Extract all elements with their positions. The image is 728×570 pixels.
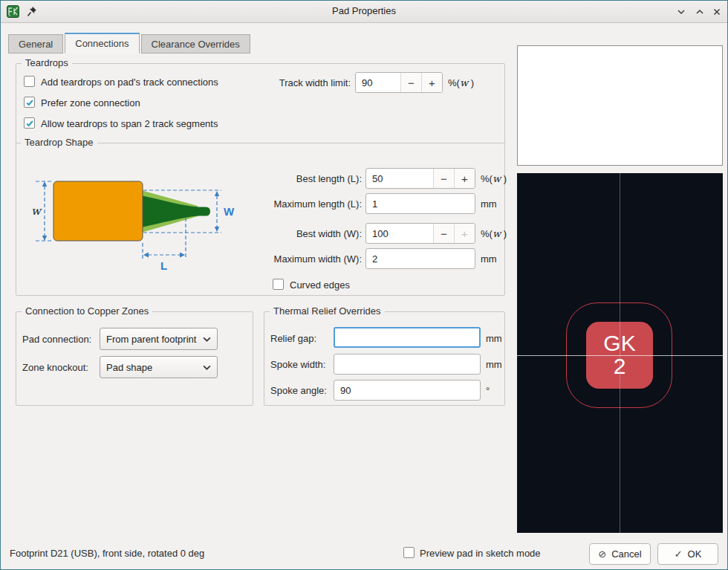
diagram-w-label: w	[31, 204, 42, 218]
plus-button[interactable]: +	[454, 224, 475, 243]
curved-edges-checkbox[interactable]	[273, 279, 284, 290]
spoke-width-unit: mm	[486, 359, 502, 370]
add-teardrops-checkbox[interactable]	[24, 76, 35, 87]
tab-bar: General Connections Clearance Overrides	[8, 33, 252, 54]
zone-knockout-select[interactable]: Pad shape	[100, 356, 218, 378]
diagram-pad-rect	[53, 181, 143, 241]
sketch-mode-label: Preview pad in sketch mode	[420, 548, 541, 559]
allow-span-checkbox[interactable]	[24, 117, 35, 129]
sketch-mode-checkbox[interactable]	[403, 547, 415, 558]
curved-edges-label: Curved edges	[290, 279, 350, 291]
best-width-spin: − +	[365, 223, 475, 244]
max-width-input[interactable]	[365, 248, 475, 269]
best-length-label: Best length (L):	[258, 173, 362, 184]
tab-connections[interactable]: Connections	[65, 33, 139, 54]
tab-general[interactable]: General	[8, 34, 63, 54]
cancel-button-label: Cancel	[611, 548, 641, 560]
relief-gap-label: Relief gap:	[270, 333, 316, 344]
teardrops-group-label: Teardrops	[22, 57, 72, 68]
ok-button-label: OK	[688, 548, 702, 560]
check-icon	[25, 98, 34, 107]
chevron-up-icon	[695, 7, 704, 16]
tab-clearance-overrides-label: Clearance Overrides	[152, 39, 240, 50]
minus-button[interactable]: −	[400, 73, 421, 92]
plus-button[interactable]: +	[421, 73, 442, 92]
teardrop-shape-label: Teardrop Shape	[21, 137, 97, 148]
add-teardrops-label: Add teardrops on pad's track connections	[41, 77, 218, 88]
spoke-angle-input[interactable]	[334, 380, 481, 401]
prefer-zone-checkbox[interactable]	[24, 97, 35, 108]
prefer-zone-label: Prefer zone connection	[41, 97, 140, 109]
max-width-label: Maximum width (W):	[258, 253, 362, 265]
thermal-relief-group: Thermal Relief Overrides Relief gap: mm …	[264, 311, 505, 406]
best-length-input[interactable]	[366, 169, 433, 188]
spoke-width-input[interactable]	[334, 354, 481, 375]
pad-connection-select[interactable]: From parent footprint	[100, 328, 218, 350]
zone-knockout-value: Pad shape	[106, 362, 152, 373]
best-length-unit: %(w )	[481, 173, 507, 184]
thermal-relief-group-label: Thermal Relief Overrides	[270, 305, 385, 317]
diagram-L-label: L	[160, 259, 167, 272]
window-maximize-button[interactable]	[692, 4, 707, 19]
track-width-limit-input[interactable]	[356, 73, 400, 92]
track-width-limit-label: Track width limit:	[250, 77, 351, 88]
teardrop-diagram: w W L	[30, 171, 247, 275]
window-title: Pad Properties	[1, 5, 727, 16]
relief-gap-input[interactable]	[334, 327, 481, 348]
window-shade-button[interactable]	[673, 4, 689, 19]
ok-button[interactable]: ✓ OK	[657, 543, 718, 565]
tab-connections-label: Connections	[75, 38, 129, 49]
tab-clearance-overrides[interactable]: Clearance Overrides	[141, 34, 250, 54]
ok-icon: ✓	[675, 548, 683, 560]
tab-general-label: General	[19, 39, 53, 50]
pad-connection-label: Pad connection:	[22, 334, 91, 345]
window-close-button[interactable]	[709, 4, 724, 19]
spoke-angle-label: Spoke angle:	[270, 385, 327, 396]
track-width-limit-unit: %(w )	[448, 77, 474, 88]
plus-button[interactable]: +	[454, 169, 475, 188]
diagram-W-label: W	[224, 205, 235, 218]
allow-span-label: Allow teardrops to span 2 track segments	[41, 118, 218, 129]
crosshair-vertical-line	[620, 173, 620, 533]
pad-connection-value: From parent footprint	[106, 334, 196, 345]
chevron-down-icon	[203, 365, 211, 370]
cancel-button[interactable]: ⊘ Cancel	[589, 543, 651, 565]
minus-button[interactable]: −	[433, 224, 454, 243]
close-icon	[712, 7, 721, 16]
parent-preview-panel	[517, 45, 723, 166]
max-width-unit: mm	[481, 253, 497, 265]
best-length-spin: − +	[365, 168, 475, 189]
chevron-down-icon	[203, 337, 211, 342]
track-width-limit-spin: − +	[355, 72, 443, 93]
max-length-unit: mm	[481, 198, 497, 210]
pad-preview-canvas: GK 2	[517, 173, 723, 533]
copper-zones-group-label: Connection to Copper Zones	[22, 305, 152, 317]
spoke-width-label: Spoke width:	[270, 359, 325, 370]
crosshair-horizontal-line	[517, 355, 723, 356]
best-width-input[interactable]	[366, 224, 433, 243]
minus-button[interactable]: −	[433, 169, 454, 188]
max-length-label: Maximum length (L):	[258, 198, 362, 210]
titlebar: Pad Properties	[1, 1, 727, 23]
spoke-angle-unit: °	[486, 385, 490, 396]
best-width-label: Best width (W):	[258, 228, 362, 239]
best-width-unit: %(w )	[481, 228, 507, 239]
copper-zones-group: Connection to Copper Zones Pad connectio…	[16, 311, 253, 406]
relief-gap-unit: mm	[486, 333, 502, 344]
chevron-down-icon	[677, 7, 686, 16]
status-text: Footprint D21 (USB), front side, rotated…	[10, 548, 204, 559]
zone-knockout-label: Zone knockout:	[22, 362, 88, 373]
check-icon	[25, 119, 34, 128]
cancel-icon: ⊘	[598, 548, 606, 560]
max-length-input[interactable]	[365, 193, 475, 214]
pad-properties-dialog: Pad Properties General Connections Clear…	[0, 0, 728, 570]
teardrops-group: Teardrops Add teardrops on pad's track c…	[16, 63, 505, 296]
